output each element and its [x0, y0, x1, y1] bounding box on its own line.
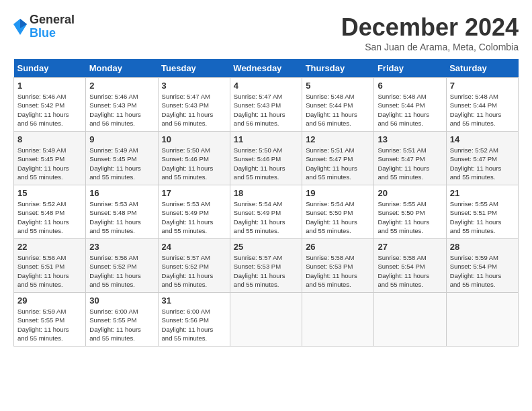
calendar-week-3: 15Sunrise: 5:52 AM Sunset: 5:48 PM Dayli…: [14, 185, 519, 239]
calendar-week-4: 22Sunrise: 5:56 AM Sunset: 5:51 PM Dayli…: [14, 239, 519, 293]
day-info: Sunrise: 5:52 AM Sunset: 5:47 PM Dayligh…: [450, 146, 515, 181]
calendar-cell: [374, 293, 446, 347]
day-info: Sunrise: 5:57 AM Sunset: 5:52 PM Dayligh…: [162, 253, 226, 289]
day-info: Sunrise: 5:54 AM Sunset: 5:50 PM Dayligh…: [306, 199, 370, 235]
day-info: Sunrise: 5:59 AM Sunset: 5:55 PM Dayligh…: [17, 307, 82, 342]
day-number: 16: [89, 188, 154, 198]
day-number: 18: [234, 188, 298, 198]
day-number: 7: [450, 81, 515, 91]
day-info: Sunrise: 5:55 AM Sunset: 5:50 PM Dayligh…: [378, 199, 442, 235]
day-number: 27: [378, 242, 442, 252]
day-number: 6: [378, 81, 442, 91]
calendar-cell: 19Sunrise: 5:54 AM Sunset: 5:50 PM Dayli…: [302, 185, 374, 239]
calendar-cell: 12Sunrise: 5:51 AM Sunset: 5:47 PM Dayli…: [302, 132, 374, 185]
logo-blue-text: Blue: [30, 27, 75, 40]
location-subtitle: San Juan de Arama, Meta, Colombia: [341, 42, 519, 52]
day-number: 11: [234, 134, 298, 144]
calendar-week-1: 1Sunrise: 5:46 AM Sunset: 5:42 PM Daylig…: [14, 78, 519, 132]
calendar-cell: 15Sunrise: 5:52 AM Sunset: 5:48 PM Dayli…: [14, 185, 86, 239]
calendar-cell: 10Sunrise: 5:50 AM Sunset: 5:46 PM Dayli…: [158, 132, 230, 185]
day-info: Sunrise: 5:58 AM Sunset: 5:54 PM Dayligh…: [378, 253, 442, 289]
month-title: December 2024: [341, 13, 519, 42]
calendar-week-5: 29Sunrise: 5:59 AM Sunset: 5:55 PM Dayli…: [14, 293, 519, 347]
day-number: 4: [234, 81, 298, 91]
day-number: 14: [450, 134, 515, 144]
logo-icon: [13, 19, 27, 35]
calendar-header-row: SundayMondayTuesdayWednesdayThursdayFrid…: [14, 59, 519, 78]
day-info: Sunrise: 5:46 AM Sunset: 5:42 PM Dayligh…: [17, 92, 82, 128]
calendar-body: 1Sunrise: 5:46 AM Sunset: 5:42 PM Daylig…: [14, 78, 519, 347]
logo-general-text: General: [30, 13, 75, 27]
calendar-cell: 3Sunrise: 5:47 AM Sunset: 5:43 PM Daylig…: [158, 78, 230, 132]
day-info: Sunrise: 5:50 AM Sunset: 5:46 PM Dayligh…: [162, 146, 226, 181]
day-info: Sunrise: 5:51 AM Sunset: 5:47 PM Dayligh…: [306, 146, 370, 181]
calendar-cell: 27Sunrise: 5:58 AM Sunset: 5:54 PM Dayli…: [374, 239, 446, 293]
calendar-cell: 8Sunrise: 5:49 AM Sunset: 5:45 PM Daylig…: [14, 132, 86, 185]
weekday-header-saturday: Saturday: [446, 59, 518, 78]
calendar-week-2: 8Sunrise: 5:49 AM Sunset: 5:45 PM Daylig…: [14, 132, 519, 185]
day-number: 21: [450, 188, 515, 198]
day-info: Sunrise: 5:59 AM Sunset: 5:54 PM Dayligh…: [450, 253, 515, 289]
day-info: Sunrise: 5:56 AM Sunset: 5:51 PM Dayligh…: [17, 253, 82, 289]
day-number: 2: [89, 81, 154, 91]
day-number: 9: [89, 134, 154, 144]
day-number: 22: [17, 242, 82, 252]
day-number: 13: [378, 134, 442, 144]
day-number: 29: [17, 295, 82, 306]
day-number: 23: [89, 242, 154, 252]
day-info: Sunrise: 5:47 AM Sunset: 5:43 PM Dayligh…: [234, 92, 298, 128]
day-number: 1: [17, 81, 82, 91]
day-info: Sunrise: 6:00 AM Sunset: 5:56 PM Dayligh…: [162, 307, 226, 342]
calendar-cell: [302, 293, 374, 347]
calendar-cell: 22Sunrise: 5:56 AM Sunset: 5:51 PM Dayli…: [14, 239, 86, 293]
calendar-cell: 28Sunrise: 5:59 AM Sunset: 5:54 PM Dayli…: [446, 239, 518, 293]
day-info: Sunrise: 5:57 AM Sunset: 5:53 PM Dayligh…: [234, 253, 298, 289]
day-number: 24: [162, 242, 226, 252]
day-number: 15: [17, 188, 82, 198]
calendar-cell: 17Sunrise: 5:53 AM Sunset: 5:49 PM Dayli…: [158, 185, 230, 239]
calendar-cell: 4Sunrise: 5:47 AM Sunset: 5:43 PM Daylig…: [230, 78, 302, 132]
calendar-cell: 13Sunrise: 5:51 AM Sunset: 5:47 PM Dayli…: [374, 132, 446, 185]
day-info: Sunrise: 5:52 AM Sunset: 5:48 PM Dayligh…: [17, 199, 82, 235]
weekday-header-thursday: Thursday: [302, 59, 374, 78]
calendar-cell: 16Sunrise: 5:53 AM Sunset: 5:48 PM Dayli…: [86, 185, 158, 239]
day-info: Sunrise: 5:49 AM Sunset: 5:45 PM Dayligh…: [17, 146, 82, 181]
calendar-cell: 5Sunrise: 5:48 AM Sunset: 5:44 PM Daylig…: [302, 78, 374, 132]
day-info: Sunrise: 5:48 AM Sunset: 5:44 PM Dayligh…: [378, 92, 442, 128]
calendar-cell: 7Sunrise: 5:48 AM Sunset: 5:44 PM Daylig…: [446, 78, 518, 132]
day-info: Sunrise: 5:49 AM Sunset: 5:45 PM Dayligh…: [89, 146, 154, 181]
day-number: 8: [17, 134, 82, 144]
day-number: 17: [162, 188, 226, 198]
day-info: Sunrise: 5:48 AM Sunset: 5:44 PM Dayligh…: [306, 92, 370, 128]
day-info: Sunrise: 6:00 AM Sunset: 5:55 PM Dayligh…: [89, 307, 154, 342]
calendar-cell: 30Sunrise: 6:00 AM Sunset: 5:55 PM Dayli…: [86, 293, 158, 347]
day-number: 28: [450, 242, 515, 252]
day-info: Sunrise: 5:53 AM Sunset: 5:49 PM Dayligh…: [162, 199, 226, 235]
calendar-cell: 23Sunrise: 5:56 AM Sunset: 5:52 PM Dayli…: [86, 239, 158, 293]
day-number: 31: [162, 295, 226, 306]
calendar-cell: 29Sunrise: 5:59 AM Sunset: 5:55 PM Dayli…: [14, 293, 86, 347]
calendar-cell: 18Sunrise: 5:54 AM Sunset: 5:49 PM Dayli…: [230, 185, 302, 239]
day-info: Sunrise: 5:56 AM Sunset: 5:52 PM Dayligh…: [89, 253, 154, 289]
weekday-header-sunday: Sunday: [14, 59, 86, 78]
weekday-header-tuesday: Tuesday: [158, 59, 230, 78]
day-number: 5: [306, 81, 370, 91]
weekday-header-monday: Monday: [86, 59, 158, 78]
day-info: Sunrise: 5:51 AM Sunset: 5:47 PM Dayligh…: [378, 146, 442, 181]
day-info: Sunrise: 5:55 AM Sunset: 5:51 PM Dayligh…: [450, 199, 515, 235]
day-info: Sunrise: 5:53 AM Sunset: 5:48 PM Dayligh…: [89, 199, 154, 235]
calendar-cell: 31Sunrise: 6:00 AM Sunset: 5:56 PM Dayli…: [158, 293, 230, 347]
calendar-cell: 9Sunrise: 5:49 AM Sunset: 5:45 PM Daylig…: [86, 132, 158, 185]
day-info: Sunrise: 5:48 AM Sunset: 5:44 PM Dayligh…: [450, 92, 515, 128]
logo-text: General Blue: [30, 13, 75, 40]
calendar-cell: 6Sunrise: 5:48 AM Sunset: 5:44 PM Daylig…: [374, 78, 446, 132]
day-number: 30: [89, 295, 154, 306]
day-number: 3: [162, 81, 226, 91]
day-info: Sunrise: 5:47 AM Sunset: 5:43 PM Dayligh…: [162, 92, 226, 128]
calendar-cell: 1Sunrise: 5:46 AM Sunset: 5:42 PM Daylig…: [14, 78, 86, 132]
calendar-cell: 26Sunrise: 5:58 AM Sunset: 5:53 PM Dayli…: [302, 239, 374, 293]
day-info: Sunrise: 5:54 AM Sunset: 5:49 PM Dayligh…: [234, 199, 298, 235]
weekday-header-wednesday: Wednesday: [230, 59, 302, 78]
page-header: General Blue December 2024 San Juan de A…: [13, 13, 519, 52]
day-info: Sunrise: 5:46 AM Sunset: 5:43 PM Dayligh…: [89, 92, 154, 128]
